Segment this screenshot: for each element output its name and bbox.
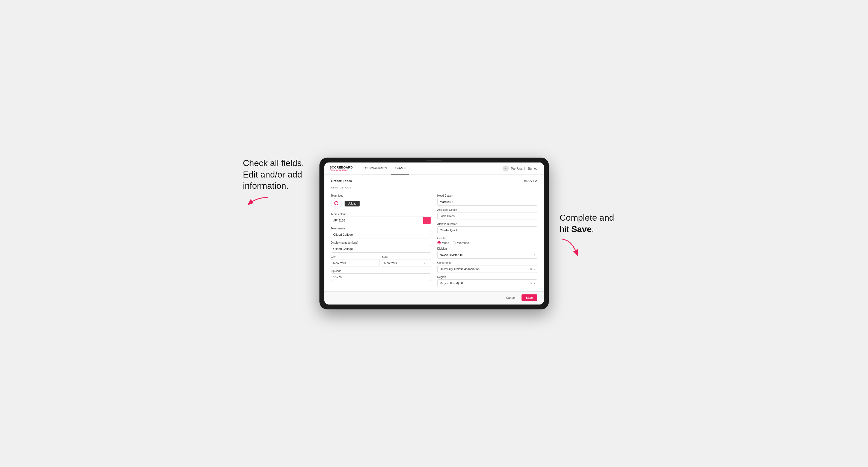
- city-state-row: City State New York ✕: [331, 255, 431, 267]
- nav-signout[interactable]: Sign out: [527, 167, 538, 170]
- athletic-director-label: Athletic Director: [437, 223, 537, 225]
- team-name-label: Team name: [331, 227, 431, 230]
- assistant-coach-field: Assistant Coach: [437, 208, 537, 220]
- state-label: State: [382, 255, 431, 258]
- team-logo-field: Team logo C Upload: [331, 194, 431, 210]
- womens-radio-dot: [453, 241, 456, 244]
- form-grid: Team logo C Upload Team colour: [331, 194, 537, 287]
- upload-button[interactable]: Upload: [345, 201, 360, 207]
- mens-label: Mens: [442, 241, 449, 244]
- display-name-label: Display name (unique): [331, 241, 431, 244]
- team-name-input[interactable]: [331, 231, 431, 239]
- gender-womens-radio[interactable]: Womens: [453, 241, 469, 244]
- annotation-right-line1: Complete and: [560, 212, 625, 224]
- division-select[interactable]: NCAA Division III ▾: [437, 251, 537, 259]
- state-select-wrap: New York ✕ ▾: [382, 259, 431, 267]
- nav-logo-text: SCOREBOARD: [330, 166, 353, 169]
- region-chevron-icon: ▾: [534, 282, 535, 285]
- color-swatch[interactable]: [423, 217, 431, 224]
- gender-mens-radio[interactable]: Mens: [437, 241, 449, 244]
- team-colour-input[interactable]: [331, 217, 423, 224]
- region-field: Region Region II - (M) DIII ✕ ▾: [437, 276, 537, 287]
- assistant-coach-label: Assistant Coach: [437, 208, 537, 211]
- display-name-input[interactable]: [331, 245, 431, 253]
- zip-field: Zip code: [331, 270, 431, 281]
- state-select[interactable]: New York ✕ ▾: [382, 259, 431, 267]
- tab-teams[interactable]: TEAMS: [391, 162, 409, 175]
- nav-bar: SCOREBOARD Powered by clippd TOURNAMENTS…: [324, 162, 544, 175]
- form-col-right: Head Coach Assistant Coach Athletic Dire…: [437, 194, 537, 287]
- division-chevron-icon: ▾: [534, 254, 535, 256]
- annotation-left-line1: Check all fields.: [243, 158, 309, 169]
- annotation-left: Check all fields. Edit and/or add inform…: [243, 158, 309, 207]
- cancel-top-icon: ✕: [535, 179, 537, 183]
- nav-user: T Test User | Sign out: [503, 165, 538, 172]
- zip-input[interactable]: [331, 273, 431, 281]
- page-title-row: Create Team Cancel ✕: [331, 179, 537, 183]
- display-name-field: Display name (unique): [331, 241, 431, 253]
- state-value: New York: [384, 261, 397, 264]
- team-name-field: Team name: [331, 227, 431, 239]
- nav-logo-powered: Powered by clippd: [330, 169, 353, 171]
- gender-radio-group: Mens Womens: [437, 241, 537, 244]
- tablet-frame: SCOREBOARD Powered by clippd TOURNAMENTS…: [319, 158, 549, 309]
- team-colour-field: Team colour: [331, 213, 431, 224]
- cancel-button[interactable]: Cancel: [503, 294, 519, 301]
- head-coach-label: Head Coach: [437, 194, 537, 197]
- conference-clear-icon[interactable]: ✕: [530, 268, 532, 271]
- conference-value: University Athletic Association: [440, 268, 480, 271]
- region-select[interactable]: Region II - (M) DIII ✕ ▾: [437, 279, 537, 287]
- city-input[interactable]: [331, 259, 380, 267]
- nav-user-name: Test User |: [511, 167, 525, 170]
- annotation-left-line3: information.: [243, 180, 309, 192]
- division-field: Division NCAA Division III ▾: [437, 247, 537, 259]
- zip-label: Zip code: [331, 270, 431, 273]
- color-field-wrap: [331, 217, 431, 224]
- head-coach-field: Head Coach: [437, 194, 537, 206]
- team-logo-label: Team logo: [331, 194, 431, 197]
- city-field: City: [331, 255, 380, 267]
- form-footer: Cancel Save: [324, 291, 544, 304]
- logo-letter: C: [334, 200, 339, 207]
- section-label: TEAM DETAILS: [331, 186, 537, 191]
- gender-field: Gender Mens Womens: [437, 237, 537, 244]
- page-title-text: Create Team: [331, 179, 352, 183]
- womens-label: Womens: [457, 241, 469, 244]
- head-coach-input[interactable]: [437, 198, 537, 206]
- division-value: NCAA Division III: [440, 253, 463, 256]
- mens-radio-dot: [437, 241, 441, 244]
- tab-tournaments[interactable]: TOURNAMENTS: [359, 162, 391, 175]
- cancel-top-button[interactable]: Cancel ✕: [524, 179, 537, 183]
- state-clear-icon[interactable]: ✕: [424, 261, 426, 264]
- region-value: Region II - (M) DIII: [440, 282, 464, 285]
- state-chevron-icon: ▾: [427, 262, 428, 264]
- logo-circle: C: [331, 198, 342, 209]
- athletic-director-field: Athletic Director: [437, 223, 537, 234]
- conference-chevron-icon: ▾: [534, 268, 535, 270]
- annotation-right-hit: hit: [560, 224, 571, 234]
- region-clear-icon[interactable]: ✕: [530, 282, 532, 285]
- division-select-wrap: NCAA Division III ▾: [437, 251, 537, 259]
- nav-tabs: TOURNAMENTS TEAMS: [359, 162, 503, 175]
- assistant-coach-input[interactable]: [437, 212, 537, 220]
- division-label: Division: [437, 247, 537, 250]
- annotation-right-save: Save: [571, 224, 592, 234]
- team-colour-label: Team colour: [331, 213, 431, 216]
- athletic-director-input[interactable]: [437, 226, 537, 234]
- annotation-right-arrow-icon: [560, 238, 584, 257]
- conference-select[interactable]: University Athletic Association ✕ ▾: [437, 265, 537, 273]
- form-col-left: Team logo C Upload Team colour: [331, 194, 431, 287]
- cancel-top-label: Cancel: [524, 180, 533, 183]
- annotation-left-arrow-icon: [243, 196, 270, 207]
- annotation-left-line2: Edit and/or add: [243, 169, 309, 181]
- annotation-right-line2: hit Save.: [560, 224, 625, 235]
- region-label: Region: [437, 276, 537, 279]
- main-content: Create Team Cancel ✕ TEAM DETAILS Team l…: [324, 175, 544, 291]
- logo-area: C Upload: [331, 198, 431, 209]
- annotation-right: Complete and hit Save.: [560, 212, 625, 260]
- tablet-screen: SCOREBOARD Powered by clippd TOURNAMENTS…: [324, 162, 544, 305]
- save-button[interactable]: Save: [522, 294, 537, 301]
- nav-avatar: T: [503, 165, 509, 172]
- conference-field: Conference University Athletic Associati…: [437, 261, 537, 273]
- city-label: City: [331, 255, 380, 258]
